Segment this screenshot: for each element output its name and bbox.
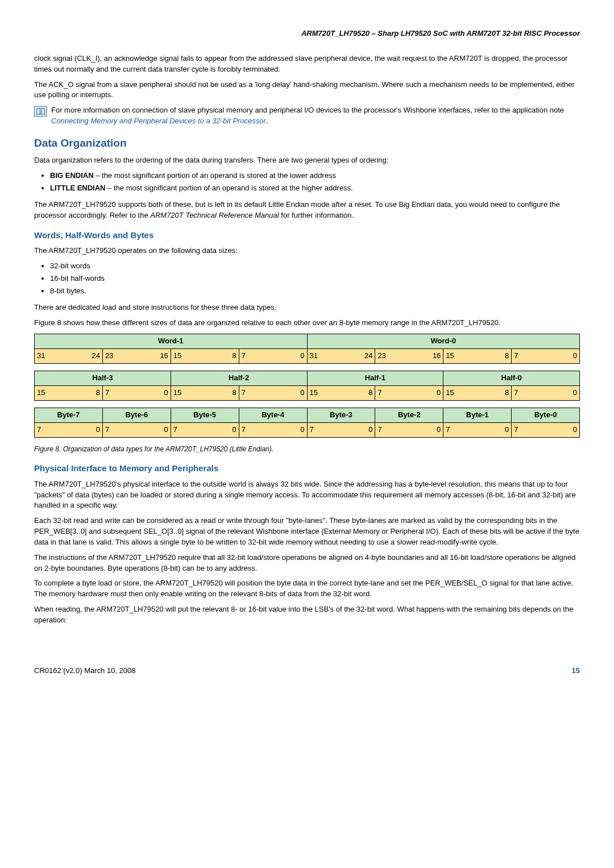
half-header: Half-0	[443, 371, 580, 386]
byte-header: Byte-0	[512, 408, 580, 422]
footer-docid: CR0162 (v2.0) March 10, 2008	[34, 666, 135, 676]
byte-header: Byte-5	[171, 408, 239, 422]
half-header: Half-2	[171, 371, 307, 386]
data-size-list: 32-bit words 16-bit half-words 8-bit byt…	[34, 261, 580, 297]
paragraph: To complete a byte load or store, the AR…	[34, 578, 580, 600]
info-note: For more information on connection of sl…	[34, 105, 580, 127]
byte-header: Byte-3	[307, 408, 375, 422]
document-icon	[34, 106, 47, 117]
paragraph: clock signal (CLK_I), an acknowledge sig…	[34, 53, 580, 75]
note-link[interactable]: Connecting Memory and Peripheral Devices…	[51, 117, 266, 125]
paragraph: The ACK_O signal from a slave peripheral…	[34, 80, 580, 101]
list-item: 8-bit bytes.	[50, 286, 580, 297]
page-header: ARM720T_LH79520 – Sharp LH79520 SoC with…	[34, 28, 580, 39]
page-footer: CR0162 (v2.0) March 10, 2008 15	[34, 666, 580, 676]
paragraph: When reading, the ARM720T_LH79520 will p…	[34, 604, 580, 626]
paragraph: The ARM720T_LH79520 supports both of the…	[34, 200, 580, 221]
word-header: Word-0	[307, 334, 580, 349]
byte-table: Byte-7 Byte-6 Byte-5 Byte-4 Byte-3 Byte-…	[34, 408, 580, 438]
half-header: Half-3	[35, 371, 171, 386]
list-item: 16-bit half-words	[50, 273, 580, 284]
byte-header: Byte-1	[443, 408, 512, 422]
byte-header: Byte-6	[102, 408, 171, 422]
byte-header: Byte-2	[375, 408, 443, 422]
paragraph: Each 32-bit read and write can be consid…	[34, 516, 580, 548]
paragraph: There are dedicated load and store instr…	[34, 302, 580, 313]
word-header: Word-1	[35, 334, 308, 349]
word-table: Word-1 Word-0 3124 2316 158 70 3124 2316…	[34, 334, 580, 364]
list-item: BIG ENDIAN – the most significant portio…	[50, 171, 580, 181]
paragraph: The ARM720T_LH79520 operates on the foll…	[34, 246, 580, 256]
byte-header: Byte-7	[35, 408, 103, 422]
figure-caption: Figure 8. Organization of data types for…	[34, 445, 580, 454]
list-item: LITTLE ENDIAN – the most significant por…	[50, 183, 580, 194]
paragraph: Data organization refers to the ordering…	[34, 155, 580, 166]
half-table: Half-3 Half-2 Half-1 Half-0 158 70 158 7…	[34, 371, 580, 401]
list-item: 32-bit words	[50, 261, 580, 272]
paragraph: Figure 8 shows how these different sizes…	[34, 318, 580, 329]
paragraph: The ARM720T_LH79520's physical interface…	[34, 479, 580, 512]
half-header: Half-1	[307, 371, 443, 386]
heading-words-halfwords-bytes: Words, Half-Words and Bytes	[34, 229, 580, 242]
note-text: For more information on connection of sl…	[51, 105, 580, 127]
heading-physical-interface: Physical Interface to Memory and Periphe…	[34, 462, 580, 475]
paragraph: The instructions of the ARM720T_LH79520 …	[34, 553, 580, 574]
endian-list: BIG ENDIAN – the most significant portio…	[34, 171, 580, 194]
heading-data-organization: Data Organization	[34, 135, 580, 151]
page-number: 15	[572, 666, 580, 676]
byte-header: Byte-4	[239, 408, 307, 422]
